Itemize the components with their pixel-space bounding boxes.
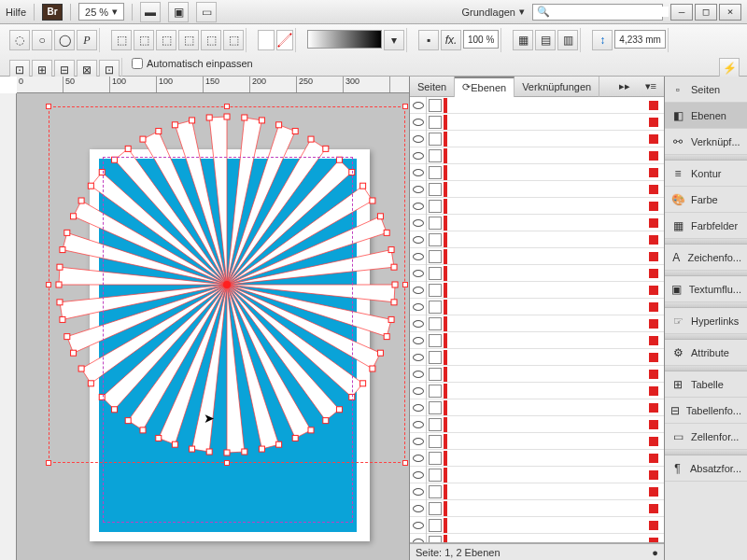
selected-indicator[interactable] — [649, 386, 658, 396]
side-tabelle[interactable]: ⊞Tabelle — [665, 371, 747, 398]
visibility-icon[interactable] — [410, 483, 427, 500]
visibility-icon[interactable] — [410, 215, 427, 231]
layer-row[interactable] — [410, 97, 664, 114]
pasteboard[interactable]: ➤ — [17, 93, 409, 560]
visibility-icon[interactable] — [410, 282, 427, 299]
side-tabellenfo-[interactable]: ⊟Tabellenfo... — [665, 398, 747, 424]
selected-indicator[interactable] — [649, 437, 658, 446]
visibility-icon[interactable] — [410, 383, 427, 399]
selected-indicator[interactable] — [649, 319, 658, 329]
side-absatzfor-[interactable]: ¶Absatzfor... — [665, 455, 747, 482]
selected-indicator[interactable] — [649, 302, 658, 312]
selected-indicator[interactable] — [649, 286, 658, 295]
fit-3[interactable]: ▥ — [557, 30, 578, 50]
visibility-icon[interactable] — [410, 467, 427, 483]
layer-row[interactable] — [410, 483, 664, 500]
visibility-icon[interactable] — [410, 332, 427, 349]
tool-ellipse-dotted[interactable]: ◌ — [9, 30, 30, 50]
visibility-icon[interactable] — [410, 450, 427, 467]
visibility-icon[interactable] — [410, 114, 427, 131]
selected-indicator[interactable] — [649, 185, 658, 194]
selected-indicator[interactable] — [649, 454, 658, 463]
layer-row[interactable] — [410, 198, 664, 215]
side-zellenfor-[interactable]: ▭Zellenfor... — [665, 424, 747, 450]
layer-row[interactable] — [410, 282, 664, 299]
visibility-icon[interactable] — [410, 131, 427, 147]
side-kontur[interactable]: ≡Kontur — [665, 161, 747, 187]
visibility-icon[interactable] — [410, 164, 427, 181]
layer-row[interactable] — [410, 181, 664, 198]
layer-row[interactable] — [410, 399, 664, 416]
visibility-icon[interactable] — [410, 181, 427, 198]
align-5[interactable]: ⬚ — [201, 30, 221, 50]
panel-more[interactable]: ▸▸ — [612, 77, 638, 97]
selected-indicator[interactable] — [649, 420, 658, 429]
visibility-icon[interactable] — [410, 97, 427, 114]
visibility-icon[interactable] — [410, 265, 427, 282]
visibility-icon[interactable] — [410, 366, 427, 383]
selected-indicator[interactable] — [649, 134, 658, 144]
layer-row[interactable] — [410, 517, 664, 534]
close-button[interactable]: × — [719, 4, 741, 21]
selected-indicator[interactable] — [649, 403, 658, 413]
tab-seiten[interactable]: Seiten — [410, 77, 455, 97]
search-input[interactable]: 🔍 — [532, 4, 663, 21]
align-3[interactable]: ⬚ — [156, 30, 176, 50]
selected-indicator[interactable] — [649, 487, 658, 497]
tool-type[interactable]: P — [77, 30, 97, 50]
layer-row[interactable] — [410, 349, 664, 366]
visibility-icon[interactable] — [410, 416, 427, 433]
selected-indicator[interactable] — [649, 521, 658, 530]
selected-indicator[interactable] — [649, 336, 658, 345]
layer-row[interactable] — [410, 315, 664, 332]
layer-row[interactable] — [410, 265, 664, 282]
visibility-icon[interactable] — [410, 534, 427, 544]
side-seiten[interactable]: ▫Seiten — [665, 77, 747, 103]
selected-indicator[interactable] — [649, 252, 658, 261]
selected-indicator[interactable] — [649, 470, 658, 480]
layer-row[interactable] — [410, 114, 664, 131]
side-attribute[interactable]: ⚙Attribute — [665, 340, 747, 366]
visibility-icon[interactable] — [410, 198, 427, 215]
selected-indicator[interactable] — [649, 370, 658, 379]
fx-button[interactable]: fx. — [441, 30, 461, 50]
width-field[interactable]: 4,233 mm — [614, 30, 665, 49]
maximize-button[interactable]: □ — [695, 4, 717, 21]
tool-ellipse-solid[interactable]: ○ — [32, 30, 52, 50]
panel-menu[interactable]: ▾≡ — [638, 77, 664, 97]
side-zeichenfo-[interactable]: AZeichenfo... — [665, 245, 747, 271]
selected-indicator[interactable] — [649, 504, 658, 513]
selected-indicator[interactable] — [649, 353, 658, 362]
measure-icon[interactable]: ↕ — [592, 30, 613, 50]
tool-ellipse-dashed[interactable]: ◯ — [54, 30, 75, 50]
tab-ebenen[interactable]: ⟳ Ebenen — [455, 77, 514, 97]
layer-row[interactable] — [410, 534, 664, 543]
visibility-icon[interactable] — [410, 433, 427, 450]
align-1[interactable]: ⬚ — [111, 30, 132, 50]
fx-shadow[interactable]: ▪ — [418, 30, 439, 50]
side-ebenen[interactable]: ◧Ebenen — [665, 103, 747, 129]
help-menu[interactable]: Hilfe — [6, 7, 26, 18]
visibility-icon[interactable] — [410, 299, 427, 315]
autofit-checkbox[interactable]: Automatisch einpassen — [132, 58, 253, 69]
stroke-swatch[interactable] — [276, 30, 293, 50]
gradient-opt[interactable]: ▾ — [384, 30, 404, 50]
layer-row[interactable] — [410, 215, 664, 231]
screen-mode[interactable]: ▭ — [196, 2, 217, 22]
layer-row[interactable] — [410, 500, 664, 517]
layer-row[interactable] — [410, 383, 664, 399]
side-farbfelder[interactable]: ▦Farbfelder — [665, 213, 747, 239]
layer-row[interactable] — [410, 416, 664, 433]
visibility-icon[interactable] — [410, 399, 427, 416]
view-option-1[interactable]: ▬ — [140, 2, 161, 22]
fill-swatch[interactable] — [258, 30, 275, 50]
layer-row[interactable] — [410, 366, 664, 383]
canvas[interactable]: 050100100150200250300 ➤ — [0, 77, 409, 560]
tab-verknuepfungen[interactable]: Verknüpfungen — [514, 77, 599, 97]
selected-indicator[interactable] — [649, 269, 658, 278]
opacity-field[interactable]: 100 % — [463, 30, 499, 49]
selected-indicator[interactable] — [649, 101, 658, 110]
layer-row[interactable] — [410, 332, 664, 349]
selected-indicator[interactable] — [649, 118, 658, 127]
selected-indicator[interactable] — [649, 168, 658, 177]
